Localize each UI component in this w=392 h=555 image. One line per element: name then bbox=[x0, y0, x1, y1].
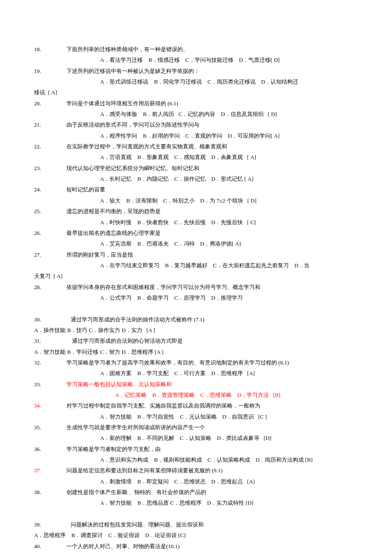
question-number: 39. bbox=[34, 519, 66, 530]
question-options: A．意识和实力构成 B．规则和技能构成 C．认知策略构成 D．阅历和方法构成 [… bbox=[34, 454, 358, 465]
question-options: A．时快时慢 B．快者愈快 C．先快后慢 D．先慢后快 [ C] bbox=[34, 217, 358, 228]
question-options: A．长时记忆 B．内隐记忆 C．操作记忆 D．形式记忆 [ A] bbox=[34, 173, 358, 184]
question-text: 由于反映活动的形式不同，学问可以分为陈述性学问与 bbox=[66, 119, 358, 130]
question-number: 32. bbox=[34, 357, 66, 368]
question-row: 19.下述所列的迁移说中有一种被认为是缺乏科学依据的： bbox=[34, 66, 358, 76]
question-options: A．感受与体验 B．前人阅历 C．记忆的内容 D．信息及其组织 [ D] bbox=[34, 109, 358, 119]
question-number: 33. bbox=[34, 379, 66, 390]
question-row: 39. 问题解决的过程包括发觉问题、理解问题、提出假设和 bbox=[34, 519, 358, 530]
question-row: 27.所谓的刚好复习，应当是指 bbox=[34, 249, 358, 260]
question-options: A．新的理解 B．不同的见解 C．认知策略 D．类比或表象等 [D] bbox=[34, 433, 358, 443]
question-text: 学习策略一般包括认知策略、元认知策略和 bbox=[66, 379, 358, 390]
question-number: 37. bbox=[34, 465, 66, 476]
question-row: 37.问题是给定信息和要达到目标之间有某些障碍须要被克服的 (9.1) bbox=[34, 465, 358, 476]
question-text: 学习策略是学习者为了提高学习效果和效率，有目的、有意识地制定的有关学习过程的 (… bbox=[66, 357, 358, 368]
question-options: A．言语直观 B．形象直观 C．感知直观 D．表象直观 [ A] bbox=[34, 152, 358, 162]
question-text: 依据学问本身的存在形式和困难程度，学问学习可以分为符号学习、概念学习和 bbox=[66, 282, 358, 292]
question-text: 下面所列举的迁移种类领域中，有一种是错误的。 bbox=[66, 44, 358, 55]
question-text: 遗忘的进程是不均衡的，呈现的趋势是 bbox=[66, 206, 358, 217]
question-options: A．操作技能 B．技巧 C．操作实力 D．实力 [A ] bbox=[34, 325, 358, 335]
question-options: A．刺激情境 B．即定疑问 C．思维状态 D．思维起点 [A] bbox=[34, 476, 358, 487]
question-row: 32.学习策略是学习者为了提高学习效果和效率，有目的、有意识地制定的有关学习过程… bbox=[34, 357, 358, 368]
question-row: 36.学习策略是学习者制定的学习支配，由 bbox=[34, 444, 358, 454]
question-options: A．记忆策略 B．资源管理策略 C．思维策略 D．学习方法 [B] bbox=[34, 390, 358, 400]
question-text: 一个人的对人对己、对事、对物的看法是(10.1) bbox=[66, 541, 358, 552]
question-options: A．艾宾浩斯 B．巴甫洛夫 C．冯特 D．弗洛伊德[ A] bbox=[34, 238, 358, 249]
question-text: 最早提出闻名的遗忘曲线的心理学家是 bbox=[66, 228, 358, 238]
question-number: 22. bbox=[34, 141, 66, 152]
question-number: 21. bbox=[34, 119, 66, 130]
question-continuation: 移说 [ A] bbox=[34, 87, 358, 98]
question-options: A．公式学习 B．命题学习 C．原理学习 D．推理学习 bbox=[34, 292, 358, 303]
question-text: 在实际教学过程中，学问直观的方式主要有实物直观、模象直观和 bbox=[66, 141, 358, 152]
spacer bbox=[34, 509, 358, 519]
question-text: 通过学习而形成的合乎法则的操作活动方式被称作 (7.1) bbox=[66, 314, 358, 325]
question-options: A．程序性学问 B．好用的学问 C．直观的学问 D．可应用的学问[ A] bbox=[34, 130, 358, 141]
question-row: 23.现代认知心理学把记忆系统分为瞬时记忆、短时记忆和 bbox=[34, 163, 358, 173]
question-text: 学问是个体通过与环境相互作用后获得的 (6.1) bbox=[66, 98, 358, 109]
question-row: 20.学问是个体通过与环境相互作用后获得的 (6.1) bbox=[34, 98, 358, 109]
question-options: A．智力技能 B．学问迁移 C．智力 D．思维程序 [A ] bbox=[34, 347, 358, 357]
spacer bbox=[34, 303, 358, 314]
question-options: A．看法学习迁移 B．情感迁移 C．学问与技能迁移 D．气质迁移[ D] bbox=[34, 55, 358, 65]
question-number: 36. bbox=[34, 444, 66, 454]
question-row: 35.生成性学习就是要求学生对所阅读或听讲的内容产生一个 bbox=[34, 422, 358, 433]
question-number: 26. bbox=[34, 228, 66, 238]
question-row: 28.依据学问本身的存在形式和困难程度，学问学习可以分为符号学习、概念学习和 bbox=[34, 282, 358, 292]
question-number: 31. bbox=[34, 335, 66, 346]
question-number: 28. bbox=[34, 282, 66, 292]
document-page: 18.下面所列举的迁移种类领域中，有一种是错误的。A．看法学习迁移 B．情感迁移… bbox=[0, 0, 392, 555]
question-row: 40.一个人的对人对己、对事、对物的看法是(10.1) bbox=[34, 541, 358, 552]
question-row: 34.对学习过程中制定自我学习支配、实施自我监督以及自我调控的策略，一般称为 bbox=[34, 400, 358, 411]
question-text: 现代认知心理学把记忆系统分为瞬时记忆、短时记忆和 bbox=[66, 163, 358, 173]
question-number: 38. bbox=[34, 487, 66, 497]
question-text: 通过学习而形成的合法则的心智活动方式即是 bbox=[66, 335, 358, 346]
question-text: 生成性学习就是要求学生对所阅读或听讲的内容产生一个 bbox=[66, 422, 358, 433]
question-number: 34. bbox=[34, 400, 66, 411]
question-text: 对学习过程中制定自我学习支配、实施自我监督以及自我调控的策略，一般称为 bbox=[66, 400, 358, 411]
question-text: 问题是给定信息和要达到目标之间有某些障碍须要被克服的 (9.1) bbox=[66, 465, 358, 476]
question-text: 短时记忆的容量 bbox=[66, 184, 358, 195]
question-options: A．形式训练迁移说 B．同化学习迁移说 C．阅历类化迁移说 D．认知结构迁 bbox=[34, 76, 358, 87]
question-number: 20. bbox=[34, 98, 66, 109]
question-options: A．智力技能 B．思维品质 C．思维程序 D．实力或特性 [D] bbox=[34, 497, 358, 508]
question-number: 35. bbox=[34, 422, 66, 433]
question-row: 26.最早提出闻名的遗忘曲线的心理学家是 bbox=[34, 228, 358, 238]
question-number: 19. bbox=[34, 66, 66, 76]
question-number: 40. bbox=[34, 541, 66, 552]
question-options: A．较大 B．没有限制 C．特别之小 D．为 7±2 个组块 [ D] bbox=[34, 195, 358, 206]
question-number: 24. bbox=[34, 184, 66, 195]
question-text: 问题解决的过程包括发觉问题、理解问题、提出假设和 bbox=[66, 519, 358, 530]
question-text: 学习策略是学习者制定的学习支配，由 bbox=[66, 444, 358, 454]
question-row: 33.学习策略一般包括认知策略、元认知策略和 bbox=[34, 379, 358, 390]
question-row: 30. 通过学习而形成的合乎法则的操作活动方式被称作 (7.1) bbox=[34, 314, 358, 325]
question-number: 25. bbox=[34, 206, 66, 217]
question-options: A．在学习结束立即复习 B．复习越早越好 C．在大面积遗忘起先之前复习 D．当 bbox=[34, 260, 358, 271]
question-number: 18. bbox=[34, 44, 66, 55]
question-number: 27. bbox=[34, 249, 66, 260]
question-text: 创建性是指个体产生新颖 、独特的、有社会价值的产品的 bbox=[66, 487, 358, 497]
question-options: A．智力技能 B．学习自觉性 C．元认知策略 D．自我意识 [C ] bbox=[34, 411, 358, 422]
question-continuation: 天复习 [ A] bbox=[34, 271, 358, 281]
question-row: 21.由于反映活动的形式不同，学问可以分为陈述性学问与 bbox=[34, 119, 358, 130]
question-row: 24.短时记忆的容量 bbox=[34, 184, 358, 195]
question-row: 31. 通过学习而形成的合法则的心智活动方式即是 bbox=[34, 335, 358, 346]
question-options: A．思维程序 B．调查探讨 C．验证假设 D．论证假设 [C] bbox=[34, 530, 358, 541]
question-row: 38.创建性是指个体产生新颖 、独特的、有社会价值的产品的 bbox=[34, 487, 358, 497]
question-text: 下述所列的迁移说中有一种被认为是缺乏科学依据的： bbox=[66, 66, 358, 76]
question-text: 所谓的刚好复习，应当是指 bbox=[66, 249, 358, 260]
question-row: 18.下面所列举的迁移种类领域中，有一种是错误的。 bbox=[34, 44, 358, 55]
question-options: A．困难方案 B．学习支配 C．可行方案 D．思维程序 [A] bbox=[34, 368, 358, 379]
question-number: 23. bbox=[34, 163, 66, 173]
question-row: 25.遗忘的进程是不均衡的，呈现的趋势是 bbox=[34, 206, 358, 217]
question-number: 30. bbox=[34, 314, 66, 325]
question-row: 22.在实际教学过程中，学问直观的方式主要有实物直观、模象直观和 bbox=[34, 141, 358, 152]
